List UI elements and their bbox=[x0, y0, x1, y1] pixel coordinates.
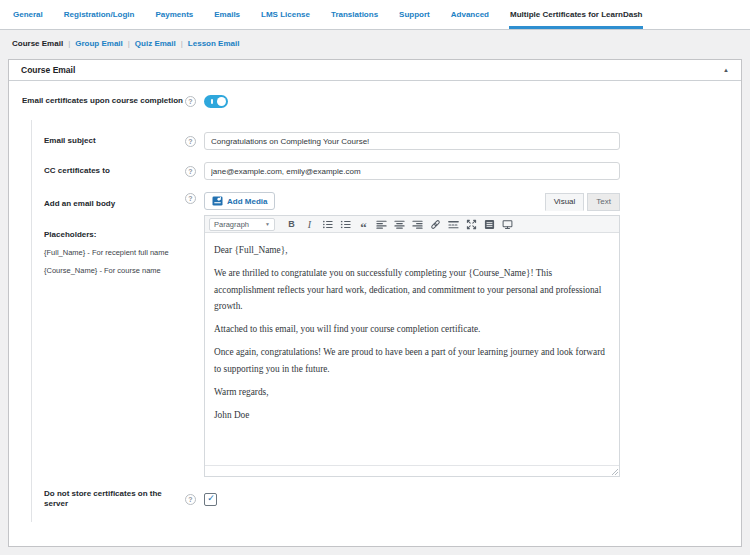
help-icon-email-subject[interactable]: ? bbox=[185, 136, 196, 147]
numbered-list-icon bbox=[340, 219, 351, 230]
course-email-panel: Course Email ▲ Email certificates upon c… bbox=[8, 59, 742, 547]
editor-mode-tabs: Visual Text bbox=[545, 193, 620, 211]
tab-lms-license[interactable]: LMS License bbox=[260, 0, 311, 29]
paragraph-format-dropdown[interactable]: Paragraph ▼ bbox=[209, 218, 275, 231]
collapse-arrow-icon: ▲ bbox=[723, 67, 729, 73]
toggle-knob bbox=[217, 97, 226, 106]
subnav-course-email[interactable]: Course Email bbox=[12, 39, 63, 48]
placeholder-course-name: {Course_Name} - For course name bbox=[44, 266, 185, 275]
add-media-button[interactable]: Add Media bbox=[204, 192, 275, 210]
cc-certificates-row: CC certificates to ? bbox=[44, 162, 729, 180]
toggle-on-mark-icon bbox=[211, 99, 213, 104]
email-certificates-toggle[interactable] bbox=[204, 95, 228, 108]
subnav-separator: | bbox=[68, 39, 70, 48]
subnav-lesson-email[interactable]: Lesson Email bbox=[188, 39, 240, 48]
align-left-button[interactable] bbox=[374, 217, 389, 231]
panel-title: Course Email bbox=[21, 65, 75, 75]
link-icon bbox=[430, 219, 441, 230]
email-body-paragraph: We are thrilled to congratulate you on s… bbox=[214, 265, 610, 314]
tab-emails[interactable]: Emails bbox=[213, 0, 241, 29]
editor-toolbar: Paragraph ▼ B I bbox=[205, 216, 619, 233]
distraction-free-button[interactable] bbox=[500, 217, 515, 231]
read-more-icon bbox=[448, 219, 459, 230]
align-center-button[interactable] bbox=[392, 217, 407, 231]
numbered-list-button[interactable] bbox=[338, 217, 353, 231]
bulleted-list-button[interactable] bbox=[320, 217, 335, 231]
align-center-icon bbox=[394, 219, 405, 230]
blockquote-button[interactable]: “ bbox=[356, 217, 371, 231]
panel-collapse-button[interactable]: ▲ bbox=[721, 67, 731, 73]
placeholders-title: Placeholders: bbox=[44, 230, 185, 239]
placeholder-full-name: {Full_Name} - For recepient full name bbox=[44, 248, 185, 257]
align-left-icon bbox=[376, 219, 387, 230]
subnav-separator: | bbox=[128, 39, 130, 48]
tab-support[interactable]: Support bbox=[398, 0, 431, 29]
email-certificates-toggle-row: Email certificates upon course completio… bbox=[22, 95, 729, 108]
email-body-paragraph: Once again, congratulations! We are prou… bbox=[214, 344, 610, 377]
fullscreen-button[interactable] bbox=[464, 217, 479, 231]
help-icon-cc-certificates[interactable]: ? bbox=[185, 166, 196, 177]
editor-frame: Paragraph ▼ B I bbox=[204, 215, 620, 477]
email-certificates-toggle-label: Email certificates upon course completio… bbox=[22, 96, 185, 106]
email-body-label: Add an email body bbox=[44, 199, 115, 208]
bulleted-list-icon bbox=[322, 219, 333, 230]
italic-button[interactable]: I bbox=[302, 217, 317, 231]
subnav-group-email[interactable]: Group Email bbox=[75, 39, 123, 48]
tab-registration-login[interactable]: Registration/Login bbox=[63, 0, 136, 29]
resize-handle[interactable] bbox=[610, 467, 618, 475]
email-subject-input[interactable] bbox=[204, 132, 620, 150]
subnav-quiz-email[interactable]: Quiz Email bbox=[135, 39, 176, 48]
email-body-paragraph: Warm regards, bbox=[214, 384, 610, 400]
cc-certificates-label: CC certificates to bbox=[44, 166, 185, 176]
email-body-content[interactable]: Dear {Full_Name}, We are thrilled to con… bbox=[205, 233, 619, 465]
fullscreen-icon bbox=[466, 219, 477, 230]
visual-tab[interactable]: Visual bbox=[545, 193, 585, 211]
email-body-editor: Add Media Visual Text Paragraph bbox=[204, 192, 620, 477]
paragraph-format-label: Paragraph bbox=[214, 220, 249, 229]
chevron-down-icon: ▼ bbox=[265, 221, 270, 227]
checkmark-icon: ✓ bbox=[207, 494, 215, 503]
add-media-label: Add Media bbox=[227, 197, 267, 206]
course-email-panel-header[interactable]: Course Email ▲ bbox=[9, 60, 741, 81]
help-icon-email-certificates[interactable]: ? bbox=[185, 96, 196, 107]
read-more-button[interactable] bbox=[446, 217, 461, 231]
text-tab[interactable]: Text bbox=[587, 193, 620, 211]
plugin-settings-page: General Registration/Login Payments Emai… bbox=[0, 0, 750, 547]
editor-status-bar bbox=[205, 465, 619, 476]
tab-advanced[interactable]: Advanced bbox=[450, 0, 490, 29]
cc-certificates-input[interactable] bbox=[204, 162, 620, 180]
subnav-separator: | bbox=[181, 39, 183, 48]
tab-payments[interactable]: Payments bbox=[154, 0, 194, 29]
tab-general[interactable]: General bbox=[12, 0, 44, 29]
email-body-paragraph: Dear {Full_Name}, bbox=[214, 242, 610, 258]
do-not-store-row: Do not store certificates on the server … bbox=[44, 489, 729, 510]
toolbar-toggle-icon bbox=[484, 219, 495, 230]
email-subject-label: Email subject bbox=[44, 136, 185, 146]
bold-button[interactable]: B bbox=[284, 217, 299, 231]
email-body-paragraph: John Doe bbox=[214, 407, 610, 423]
certificate-email-settings-group: Email subject ? CC certificates to ? Add… bbox=[31, 120, 729, 522]
do-not-store-checkbox[interactable]: ✓ bbox=[204, 493, 217, 506]
align-right-button[interactable] bbox=[410, 217, 425, 231]
email-body-paragraph: Attached to this email, you will find yo… bbox=[214, 321, 610, 337]
tab-multiple-certificates[interactable]: Multiple Certificates for LearnDash bbox=[509, 0, 643, 29]
panel-body: Email certificates upon course completio… bbox=[9, 81, 741, 546]
toolbar-toggle-button[interactable] bbox=[482, 217, 497, 231]
do-not-store-label: Do not store certificates on the server bbox=[44, 489, 185, 510]
editor-media-bar: Add Media Visual Text bbox=[204, 192, 620, 210]
help-icon-do-not-store[interactable]: ? bbox=[185, 494, 196, 505]
settings-tab-bar: General Registration/Login Payments Emai… bbox=[0, 0, 750, 30]
add-media-icon bbox=[212, 196, 223, 206]
email-body-row: Add an email body Placeholders: {Full_Na… bbox=[44, 192, 729, 477]
email-type-subnav: Course Email | Group Email | Quiz Email … bbox=[12, 39, 750, 48]
link-button[interactable] bbox=[428, 217, 443, 231]
email-subject-row: Email subject ? bbox=[44, 132, 729, 150]
tab-translations[interactable]: Translations bbox=[330, 0, 379, 29]
monitor-icon bbox=[502, 219, 513, 230]
align-right-icon bbox=[412, 219, 423, 230]
help-icon-email-body[interactable]: ? bbox=[185, 193, 196, 204]
email-body-label-column: Add an email body Placeholders: {Full_Na… bbox=[44, 192, 185, 275]
